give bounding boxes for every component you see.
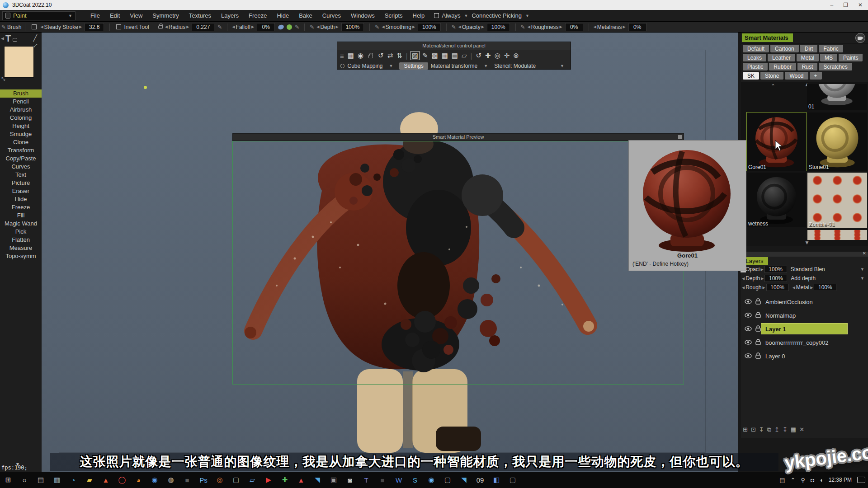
decrease-arrow-icon[interactable]: ◀: [458, 25, 462, 29]
opera-gx-app[interactable]: ◎: [212, 472, 228, 488]
firefox-app[interactable]: ◕: [130, 472, 146, 488]
tool-item-picture[interactable]: Picture: [0, 179, 42, 187]
materials-tab-leaks[interactable]: Leaks: [743, 54, 766, 61]
decrease-arrow-icon[interactable]: ◀: [593, 25, 597, 29]
close-icon[interactable]: ⊗: [512, 52, 520, 60]
decrease-arrow-icon[interactable]: ◀: [231, 25, 236, 29]
layer-visibility-eye-icon[interactable]: [741, 299, 752, 305]
hp-app[interactable]: ◍: [163, 472, 179, 488]
grey-app-3[interactable]: ▢: [439, 472, 456, 488]
tool-item-freeze[interactable]: Freeze: [0, 203, 42, 211]
materials-tab-default[interactable]: Default: [743, 45, 769, 52]
materials-tab-rubber[interactable]: Rubber: [769, 63, 796, 70]
save-icon[interactable]: ▤: [451, 52, 459, 60]
tool-item-height[interactable]: Height: [0, 122, 42, 130]
grey-app-4[interactable]: ▢: [505, 472, 521, 488]
increase-arrow-icon[interactable]: ▶: [185, 25, 190, 29]
volume-tray-icon[interactable]: ◖: [820, 477, 823, 483]
onedrive-app[interactable]: ▱: [244, 472, 260, 488]
material-thumb-zombie01[interactable]: Zombie-01: [807, 173, 867, 228]
lock-radius-icon[interactable]: [158, 25, 163, 29]
invert-tool-checkbox[interactable]: [116, 24, 121, 29]
chevron-down-icon[interactable]: ▼: [860, 267, 864, 272]
maximize-button[interactable]: ❐: [843, 2, 848, 8]
layer-row-normalmap[interactable]: Normalmap: [741, 309, 868, 322]
tool-item-pencil[interactable]: Pencil: [0, 98, 42, 106]
material-thumb-stone01[interactable]: Stone01: [807, 113, 867, 171]
close-icon[interactable]: ✕: [863, 251, 866, 256]
news-tray-icon[interactable]: ▤: [779, 477, 785, 483]
search-button[interactable]: ○: [16, 472, 33, 488]
layer-lock-icon[interactable]: [752, 298, 761, 306]
camera-app[interactable]: ◙: [342, 472, 358, 488]
menu-item-edit[interactable]: Edit: [105, 11, 125, 20]
menu-item-symmetry[interactable]: Symmetry: [147, 11, 184, 20]
layer-rough-value[interactable]: 100%: [766, 284, 789, 291]
material-stencil-panel-title[interactable]: Material/stencil control panel: [337, 42, 571, 50]
teams-app[interactable]: T: [358, 472, 374, 488]
decrease-arrow-icon[interactable]: ◀: [316, 25, 320, 29]
curve-pen-icon[interactable]: ✎: [375, 24, 379, 30]
layer-lock-icon[interactable]: [752, 312, 761, 319]
layer-metal-value[interactable]: 100%: [814, 284, 836, 291]
decrease-arrow-icon[interactable]: ◀: [39, 25, 44, 29]
scroll-up-icon[interactable]: ⌃: [771, 83, 775, 89]
roughness-value[interactable]: 0%: [565, 23, 583, 31]
eye-icon[interactable]: ◉: [357, 52, 364, 60]
grey-app-2[interactable]: ▣: [326, 472, 342, 488]
hatch-stencil-icon[interactable]: ▨: [410, 51, 420, 60]
materials-tab-wood[interactable]: Wood: [785, 72, 808, 80]
increase-arrow-icon[interactable]: ▶: [78, 25, 83, 29]
layer-row-layer-0[interactable]: Layer 0: [741, 349, 868, 363]
menu-item-scripts[interactable]: Scripts: [380, 11, 408, 20]
tool-item-measure[interactable]: Measure: [0, 244, 42, 252]
pen-icon[interactable]: ✎: [295, 24, 299, 30]
pen-icon[interactable]: ╱: [33, 34, 37, 42]
steady-stroke-value[interactable]: 32.6: [85, 23, 104, 31]
import-icon[interactable]: ↧: [759, 426, 764, 433]
swap-icon[interactable]: ⇄: [387, 52, 394, 60]
smart-material-preview-titlebar[interactable]: Smart Material Preview: [232, 133, 684, 141]
materials-tab-fabric[interactable]: Fabric: [819, 45, 843, 52]
steady-stroke-checkbox[interactable]: [32, 24, 37, 29]
always-checkbox[interactable]: [434, 13, 439, 18]
decrease-arrow-icon[interactable]: ◀: [527, 25, 531, 29]
layer-opacity-value[interactable]: 100%: [764, 266, 787, 273]
menu-item-freeze[interactable]: Freeze: [244, 11, 272, 20]
grid-icon[interactable]: ▦: [347, 52, 355, 60]
updown-icon[interactable]: ⇅: [396, 52, 403, 60]
increase-arrow-icon[interactable]: ▶: [809, 286, 814, 290]
materials-tab-rust[interactable]: Rust: [797, 63, 818, 70]
materials-tab-stone[interactable]: Stone: [760, 72, 783, 80]
increase-arrow-icon[interactable]: ▶: [622, 25, 627, 29]
menu-item-help[interactable]: Help: [408, 11, 430, 20]
edge-app[interactable]: ◔: [65, 472, 81, 488]
material-transform-dropdown[interactable]: Material transforme: [431, 63, 477, 69]
youtube-app[interactable]: ▶: [260, 472, 277, 488]
materials-tab-metal[interactable]: Metal: [797, 54, 819, 61]
decrease-arrow-icon[interactable]: ◀: [741, 277, 745, 281]
zoom-app[interactable]: ◉: [423, 472, 439, 488]
collapse-arrow-icon[interactable]: ◀: [1, 36, 4, 41]
tool-item-eraser[interactable]: Eraser: [0, 187, 42, 195]
material-thumb-01[interactable]: 01: [807, 84, 867, 110]
materials-tab-[interactable]: +: [810, 72, 822, 80]
increase-arrow-icon[interactable]: ▶: [559, 25, 563, 29]
folder-up-icon[interactable]: ▱: [461, 52, 468, 60]
increase-arrow-icon[interactable]: ▶: [250, 25, 255, 29]
sliders-icon[interactable]: ≡: [339, 52, 345, 60]
depth-value[interactable]: 100%: [341, 23, 364, 31]
layer-visibility-eye-icon[interactable]: [741, 312, 752, 319]
telegram-app-2[interactable]: ◥: [456, 472, 472, 488]
pin-icon[interactable]: [678, 135, 682, 139]
tool-item-brush[interactable]: Brush: [0, 89, 42, 98]
menu-item-view[interactable]: View: [125, 11, 147, 20]
chevron-down-icon[interactable]: ▼: [860, 276, 864, 281]
black-app[interactable]: ■: [374, 472, 391, 488]
decrease-arrow-icon[interactable]: ◀: [381, 25, 385, 29]
layer-lock-icon[interactable]: [752, 325, 761, 333]
material-thumb-partial[interactable]: [807, 230, 867, 240]
stroke-shape-icon[interactable]: [278, 24, 285, 30]
increase-arrow-icon[interactable]: ▶: [762, 286, 766, 290]
materials-tab-sk[interactable]: SK: [743, 72, 759, 80]
